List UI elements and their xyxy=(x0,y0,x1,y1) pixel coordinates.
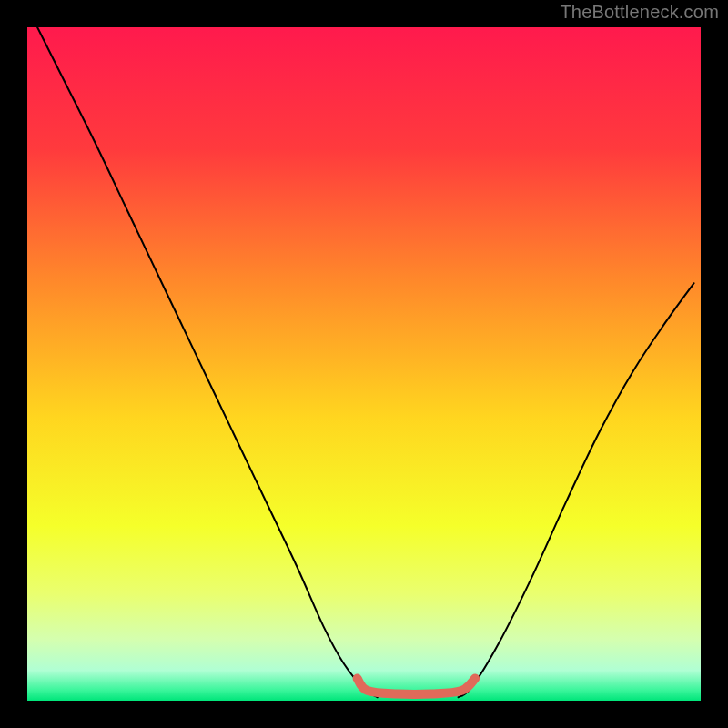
gradient-background xyxy=(27,27,701,701)
plot-area xyxy=(27,27,701,701)
chart-stage: TheBottleneck.com xyxy=(0,0,728,728)
chart-svg xyxy=(27,27,701,701)
attribution-label: TheBottleneck.com xyxy=(560,2,719,23)
